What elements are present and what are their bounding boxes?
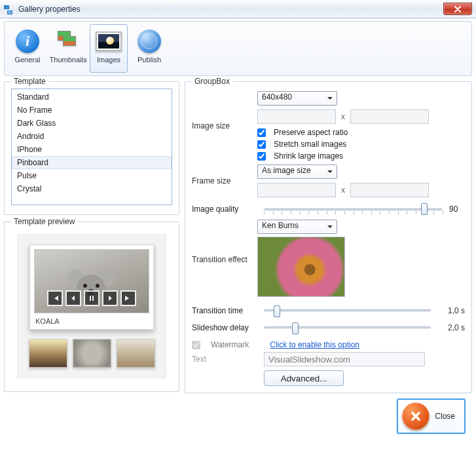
tab-general-label: General	[14, 56, 40, 64]
transition-time-value: 1,0 s	[437, 306, 465, 315]
tab-images-label: Images	[97, 56, 120, 64]
tab-general[interactable]: i General	[9, 24, 46, 73]
template-legend: Template	[11, 77, 48, 86]
window-close-button[interactable]	[443, 3, 472, 15]
template-item[interactable]: No Frame	[12, 104, 172, 117]
transition-time-slider[interactable]	[264, 303, 431, 318]
image-icon	[95, 28, 122, 55]
template-item[interactable]: Pulse	[12, 169, 172, 182]
groupbox-fieldset: GroupBox Image size 640x480 x	[185, 81, 472, 393]
tab-publish-label: Publish	[137, 56, 161, 64]
image-size-value: 640x480	[262, 92, 292, 102]
template-list[interactable]: StandardNo FrameDark GlassAndroidIPhoneP…	[11, 88, 172, 205]
transition-time-row: Transition time 1,0 s	[192, 303, 465, 318]
slideshow-delay-row: Slideshow delay 2,0 s	[192, 321, 465, 335]
close-button-icon	[402, 402, 430, 430]
prev-button[interactable]	[65, 290, 81, 306]
watermark-text-row: Text	[192, 352, 465, 366]
template-item[interactable]: Pinboard	[12, 156, 172, 169]
advanced-row: Advanced...	[264, 370, 465, 386]
titlebar: Gallery properties	[0, 0, 476, 18]
slideshow-delay-label: Slideshow delay	[192, 323, 257, 332]
image-size-row: Image size 640x480 x Preserve asp	[192, 91, 465, 161]
preview-polaroid: KOALA	[29, 244, 154, 330]
preview-photo	[34, 249, 149, 313]
stretch-small-row[interactable]: Stretch small images	[257, 140, 465, 149]
close-button[interactable]: Close	[397, 399, 466, 434]
shrink-large-row[interactable]: Shrink large images	[257, 151, 465, 161]
image-height-input[interactable]	[350, 109, 429, 124]
template-item[interactable]: Crystal	[12, 182, 172, 195]
stretch-small-checkbox[interactable]	[257, 140, 266, 149]
preserve-aspect-label: Preserve aspect ratio	[274, 128, 348, 137]
info-icon: i	[14, 28, 41, 55]
slideshow-delay-slider[interactable]	[264, 321, 431, 335]
stretch-small-label: Stretch small images	[274, 140, 346, 149]
frame-size-row: Frame size As image size x	[192, 165, 465, 197]
preview-thumb-1[interactable]	[29, 339, 67, 368]
x-icon	[409, 410, 422, 423]
dimension-separator: x	[340, 112, 346, 121]
image-quality-value: 90	[449, 205, 465, 214]
image-size-label: Image size	[192, 121, 257, 130]
shrink-large-checkbox[interactable]	[257, 152, 266, 161]
transition-effect-select[interactable]: Ken Burns	[257, 220, 337, 234]
image-quality-label: Image quality	[192, 205, 257, 214]
frame-height-input[interactable]	[350, 183, 429, 197]
preview-thumb-3[interactable]	[117, 339, 155, 368]
dialog-footer: Close	[4, 393, 472, 439]
advanced-button[interactable]: Advanced...	[264, 370, 344, 386]
groupbox-legend: GroupBox	[192, 77, 232, 86]
slideshow-delay-value: 2,0 s	[437, 323, 465, 332]
window-title: Gallery properties	[18, 5, 81, 14]
image-quality-slider[interactable]	[264, 201, 443, 217]
preserve-aspect-checkbox[interactable]	[257, 128, 266, 137]
preview-caption: KOALA	[34, 313, 149, 328]
transition-effect-row: Transition effect Ken Burns	[192, 220, 465, 300]
transition-time-thumb[interactable]	[274, 305, 280, 317]
template-item[interactable]: Android	[12, 130, 172, 143]
tab-thumbnails-label: Thumbnails	[50, 56, 87, 64]
template-preview-legend: Template preview	[11, 217, 77, 226]
frame-size-label: Frame size	[192, 176, 257, 185]
skip-last-icon	[124, 294, 132, 302]
tab-images[interactable]: Images	[90, 24, 128, 73]
watermark-checkbox	[192, 341, 200, 349]
transition-effect-label: Transition effect	[192, 255, 257, 264]
globe-icon	[136, 28, 163, 55]
chevron-right-icon	[106, 294, 114, 302]
chevron-left-icon	[69, 294, 77, 302]
skip-first-icon	[51, 294, 59, 302]
image-width-input[interactable]	[257, 109, 336, 124]
template-fieldset: Template StandardNo FrameDark GlassAndro…	[4, 81, 179, 215]
frame-size-value: As image size	[262, 166, 311, 175]
last-button[interactable]	[120, 290, 136, 306]
close-icon	[454, 6, 462, 12]
dimension-separator-2: x	[340, 185, 346, 195]
template-item[interactable]: IPhone	[12, 143, 172, 156]
frame-width-input[interactable]	[257, 183, 336, 197]
template-preview-canvas: KOALA	[17, 234, 166, 378]
app-icon	[4, 4, 14, 14]
image-size-select[interactable]: 640x480	[257, 91, 337, 106]
transition-effect-value: Ken Burns	[262, 221, 299, 230]
preserve-aspect-row[interactable]: Preserve aspect ratio	[257, 128, 465, 137]
slideshow-delay-thumb[interactable]	[292, 322, 299, 334]
preview-thumb-2[interactable]	[73, 339, 111, 368]
preview-thumbs	[29, 339, 155, 368]
tab-publish[interactable]: Publish	[130, 24, 168, 73]
template-item[interactable]: Standard	[12, 90, 172, 104]
template-item[interactable]: Dark Glass	[12, 117, 172, 130]
frame-size-select[interactable]: As image size	[257, 165, 337, 179]
tab-thumbnails[interactable]: Thumbnails	[49, 24, 87, 73]
watermark-enable-link[interactable]: Click to enable this option	[270, 340, 359, 349]
pause-button[interactable]	[84, 290, 100, 306]
thumbnails-icon	[54, 28, 82, 55]
first-button[interactable]	[47, 290, 63, 306]
transition-effect-preview	[257, 237, 345, 297]
shrink-large-label: Shrink large images	[274, 151, 343, 161]
next-button[interactable]	[102, 290, 118, 306]
transition-time-label: Transition time	[192, 306, 257, 315]
image-quality-thumb[interactable]	[421, 203, 428, 215]
watermark-text-label: Text	[192, 355, 257, 364]
